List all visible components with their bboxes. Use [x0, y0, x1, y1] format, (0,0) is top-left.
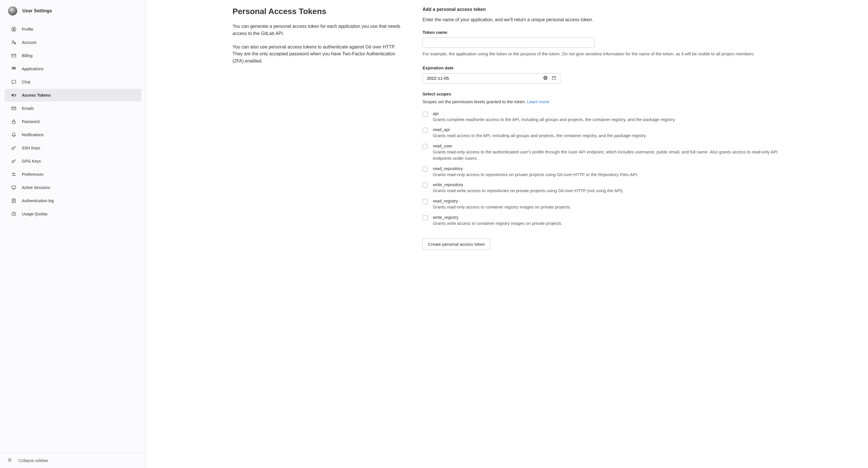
sidebar-item-label: GPG Keys: [22, 159, 41, 163]
expiration-date-input[interactable]: [423, 73, 560, 83]
select-scopes-heading: Select scopes: [423, 92, 796, 96]
scope-description: Grants write access to container registr…: [433, 220, 783, 227]
svg-rect-4: [12, 54, 16, 57]
sliders-icon: [11, 171, 17, 177]
scope-body: read_apiGrants read access to the API, i…: [433, 127, 783, 139]
expiration-date-field: [423, 73, 560, 83]
collapse-icon: [8, 457, 13, 463]
scope-body: read_repositoryGrants read-only access t…: [433, 166, 783, 178]
svg-point-7: [14, 67, 16, 68]
settings-sidebar: User Settings ProfileAccountBillingAppli…: [0, 0, 146, 468]
apps-grid-icon: [11, 66, 17, 72]
sidebar-item-notifications[interactable]: Notifications: [5, 129, 142, 141]
scopes-description: Scopes set the permission levels granted…: [423, 99, 796, 104]
token-name-label: Token name: [423, 30, 796, 35]
sidebar-item-billing[interactable]: Billing: [5, 49, 142, 62]
svg-point-1: [13, 28, 14, 30]
sidebar-item-label: Account: [22, 40, 36, 45]
page-description-1: You can generate a personal access token…: [232, 23, 405, 37]
sidebar-item-label: Authentication log: [22, 198, 54, 203]
scope-row-api: apiGrants complete read/write access to …: [423, 111, 796, 123]
scope-description: Grants read access to the API, including…: [433, 132, 783, 139]
token-form-column: Add a personal access token Enter the na…: [423, 7, 796, 468]
envelope-icon: [11, 105, 17, 111]
user-circle-icon: [11, 26, 17, 32]
scopes-description-text: Scopes set the permission levels granted…: [423, 99, 527, 104]
sidebar-item-label: Billing: [22, 53, 32, 58]
clear-date-icon[interactable]: [543, 75, 548, 81]
scope-row-read_api: read_apiGrants read access to the API, i…: [423, 127, 796, 139]
sidebar-item-access-tokens[interactable]: Access Tokens: [5, 89, 142, 102]
svg-rect-19: [12, 186, 16, 189]
calendar-icon[interactable]: [552, 75, 556, 81]
sidebar-item-label: Profile: [22, 27, 33, 32]
sidebar-item-authentication-log[interactable]: Authentication log: [5, 194, 142, 207]
sidebar-item-usage-quotas[interactable]: Usage Quotas: [5, 208, 142, 220]
bell-icon: [11, 132, 17, 138]
collapse-sidebar-button[interactable]: Collapse sidebar: [0, 453, 146, 468]
sidebar-item-profile[interactable]: Profile: [5, 23, 142, 36]
scope-row-write_repository: write_repositoryGrants read-write access…: [423, 182, 796, 194]
sidebar-item-label: Active Sessions: [22, 185, 50, 190]
create-token-button[interactable]: Create personal access token: [423, 239, 490, 250]
sidebar-item-applications[interactable]: Applications: [5, 63, 142, 75]
sidebar-item-label: Chat: [22, 80, 30, 84]
scope-row-read_user: read_userGrants read-only access to the …: [423, 143, 796, 162]
avatar[interactable]: [8, 6, 17, 15]
scope-checkbox-write_repository[interactable]: [423, 183, 428, 188]
sidebar-item-label: Password: [22, 119, 39, 124]
svg-point-9: [13, 69, 14, 69]
scope-checkbox-read_user[interactable]: [423, 144, 428, 149]
form-intro: Enter the name of your application, and …: [423, 17, 796, 22]
scope-description: Grants read-only access to the authentic…: [433, 149, 783, 162]
scope-checkbox-read_registry[interactable]: [423, 199, 428, 204]
scope-checkbox-api[interactable]: [423, 111, 428, 117]
sidebar-item-label: Access Tokens: [22, 93, 51, 98]
scope-checkbox-read_api[interactable]: [423, 128, 428, 133]
svg-point-10: [14, 69, 16, 69]
collapse-sidebar-label: Collapse sidebar: [19, 458, 48, 463]
learn-more-link[interactable]: Learn more.: [527, 99, 550, 104]
scope-row-read_registry: read_registryGrants read-only access to …: [423, 198, 796, 210]
sidebar-item-label: Usage Quotas: [22, 212, 48, 216]
scope-name-label: api: [433, 111, 783, 116]
scope-body: write_registryGrants write access to con…: [433, 215, 783, 227]
sidebar-item-password[interactable]: Password: [5, 115, 142, 128]
sidebar-item-preferences[interactable]: Preferences: [5, 168, 142, 181]
scope-body: read_registryGrants read-only access to …: [433, 198, 783, 210]
sidebar-item-account[interactable]: Account: [5, 36, 142, 49]
sidebar-item-chat[interactable]: Chat: [5, 76, 142, 88]
token-name-input[interactable]: [423, 38, 595, 48]
scope-body: read_userGrants read-only access to the …: [433, 143, 783, 162]
scope-row-read_repository: read_repositoryGrants read-only access t…: [423, 166, 796, 178]
form-heading: Add a personal access token: [423, 7, 796, 12]
svg-point-12: [12, 95, 13, 96]
svg-rect-14: [12, 121, 15, 124]
expiration-date-label: Expiration date: [423, 65, 796, 70]
page-description-column: Personal Access Tokens You can generate …: [232, 7, 405, 468]
scope-name-label: read_api: [433, 127, 783, 132]
sidebar-item-label: Emails: [22, 106, 34, 111]
log-icon: [11, 198, 17, 204]
token-name-help: For example, the application using the t…: [423, 51, 773, 57]
svg-point-18: [14, 175, 15, 176]
svg-point-2: [12, 41, 14, 42]
page-title: Personal Access Tokens: [232, 7, 405, 16]
sidebar-item-ssh-keys[interactable]: SSH Keys: [5, 142, 142, 154]
lock-icon: [11, 119, 17, 125]
scope-description: Grants read-only access to repositories …: [433, 171, 783, 178]
svg-point-6: [13, 67, 14, 68]
scope-checkbox-read_repository[interactable]: [423, 167, 428, 172]
scope-name-label: read_repository: [433, 166, 783, 171]
sidebar-item-gpg-keys[interactable]: GPG Keys: [5, 155, 142, 167]
credit-card-icon: [11, 53, 17, 59]
scope-name-label: write_registry: [433, 215, 783, 220]
page-description-2: You can also use personal access tokens …: [232, 43, 405, 65]
scope-checkbox-write_registry[interactable]: [423, 215, 428, 221]
sidebar-nav: ProfileAccountBillingApplicationsChatAcc…: [0, 23, 146, 453]
sidebar-item-emails[interactable]: Emails: [5, 102, 142, 115]
sidebar-item-active-sessions[interactable]: Active Sessions: [5, 181, 142, 194]
key-icon: [11, 145, 17, 151]
scope-description: Grants read-write access to repositories…: [433, 188, 783, 194]
scope-body: apiGrants complete read/write access to …: [433, 111, 783, 123]
